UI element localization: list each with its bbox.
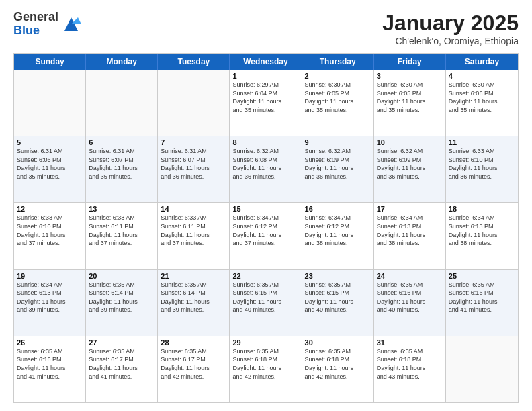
day-cell: 4Sunrise: 6:30 AM Sunset: 6:06 PM Daylig… [446, 70, 518, 136]
day-number: 29 [232, 338, 298, 347]
day-cell: 31Sunrise: 6:35 AM Sunset: 6:18 PM Dayli… [374, 336, 446, 402]
day-info: Sunrise: 6:34 AM Sunset: 6:12 PM Dayligh… [305, 214, 371, 247]
day-headers: SundayMondayTuesdayWednesdayThursdayFrid… [14, 54, 518, 70]
day-info: Sunrise: 6:32 AM Sunset: 6:09 PM Dayligh… [305, 147, 371, 181]
day-cell: 2Sunrise: 6:30 AM Sunset: 6:05 PM Daylig… [302, 70, 374, 136]
day-info: Sunrise: 6:33 AM Sunset: 6:10 PM Dayligh… [449, 147, 515, 181]
day-info: Sunrise: 6:35 AM Sunset: 6:18 PM Dayligh… [232, 347, 298, 381]
day-cell: 30Sunrise: 6:35 AM Sunset: 6:18 PM Dayli… [302, 336, 374, 402]
day-cell: 11Sunrise: 6:33 AM Sunset: 6:10 PM Dayli… [446, 136, 518, 202]
day-cell: 14Sunrise: 6:33 AM Sunset: 6:11 PM Dayli… [158, 203, 230, 269]
day-number: 3 [377, 72, 443, 80]
calendar: SundayMondayTuesdayWednesdayThursdayFrid… [13, 53, 519, 403]
day-info: Sunrise: 6:34 AM Sunset: 6:13 PM Dayligh… [449, 214, 515, 247]
day-info: Sunrise: 6:30 AM Sunset: 6:05 PM Dayligh… [377, 81, 443, 114]
day-cell: 17Sunrise: 6:34 AM Sunset: 6:13 PM Dayli… [374, 203, 446, 269]
day-cell: 18Sunrise: 6:34 AM Sunset: 6:13 PM Dayli… [446, 203, 518, 269]
day-info: Sunrise: 6:35 AM Sunset: 6:15 PM Dayligh… [305, 281, 371, 314]
day-cell: 23Sunrise: 6:35 AM Sunset: 6:15 PM Dayli… [302, 270, 374, 336]
day-number: 4 [449, 72, 515, 80]
logo-text: General Blue [13, 11, 58, 38]
day-number: 25 [449, 272, 515, 280]
day-number: 16 [305, 205, 371, 213]
day-info: Sunrise: 6:31 AM Sunset: 6:07 PM Dayligh… [89, 147, 154, 181]
day-cell [158, 70, 230, 136]
day-number: 28 [161, 338, 226, 347]
day-info: Sunrise: 6:33 AM Sunset: 6:10 PM Dayligh… [17, 214, 83, 247]
day-number: 27 [89, 338, 154, 347]
day-info: Sunrise: 6:35 AM Sunset: 6:16 PM Dayligh… [17, 347, 83, 381]
day-number: 1 [232, 72, 298, 80]
day-cell: 3Sunrise: 6:30 AM Sunset: 6:05 PM Daylig… [374, 70, 446, 136]
day-cell [14, 70, 86, 136]
day-number: 7 [161, 138, 226, 146]
logo-blue: Blue [13, 24, 58, 38]
day-info: Sunrise: 6:32 AM Sunset: 6:09 PM Dayligh… [377, 147, 443, 181]
day-cell: 19Sunrise: 6:34 AM Sunset: 6:13 PM Dayli… [14, 270, 86, 336]
day-info: Sunrise: 6:35 AM Sunset: 6:18 PM Dayligh… [305, 347, 371, 381]
day-number: 9 [305, 138, 371, 146]
day-number: 26 [17, 338, 83, 347]
header: General Blue January 2025 Ch'elenk'o, Or… [13, 11, 519, 46]
week-row: 12Sunrise: 6:33 AM Sunset: 6:10 PM Dayli… [14, 203, 518, 269]
day-info: Sunrise: 6:34 AM Sunset: 6:13 PM Dayligh… [17, 281, 83, 314]
week-row: 19Sunrise: 6:34 AM Sunset: 6:13 PM Dayli… [14, 270, 518, 336]
day-number: 12 [17, 205, 83, 213]
day-cell [86, 70, 158, 136]
day-cell: 27Sunrise: 6:35 AM Sunset: 6:17 PM Dayli… [86, 336, 158, 402]
day-number: 5 [17, 138, 83, 146]
month-title: January 2025 [382, 11, 519, 36]
week-row: 1Sunrise: 6:29 AM Sunset: 6:04 PM Daylig… [14, 70, 518, 136]
day-info: Sunrise: 6:35 AM Sunset: 6:18 PM Dayligh… [377, 347, 443, 381]
day-info: Sunrise: 6:35 AM Sunset: 6:14 PM Dayligh… [161, 281, 226, 314]
day-number: 23 [305, 272, 371, 280]
day-cell: 5Sunrise: 6:31 AM Sunset: 6:06 PM Daylig… [14, 136, 86, 202]
day-cell: 10Sunrise: 6:32 AM Sunset: 6:09 PM Dayli… [374, 136, 446, 202]
day-cell: 28Sunrise: 6:35 AM Sunset: 6:17 PM Dayli… [158, 336, 230, 402]
day-info: Sunrise: 6:31 AM Sunset: 6:07 PM Dayligh… [161, 147, 226, 181]
day-cell: 15Sunrise: 6:34 AM Sunset: 6:12 PM Dayli… [230, 203, 302, 269]
day-info: Sunrise: 6:33 AM Sunset: 6:11 PM Dayligh… [161, 214, 226, 247]
week-row: 26Sunrise: 6:35 AM Sunset: 6:16 PM Dayli… [14, 336, 518, 402]
weeks: 1Sunrise: 6:29 AM Sunset: 6:04 PM Daylig… [14, 70, 518, 402]
day-info: Sunrise: 6:32 AM Sunset: 6:08 PM Dayligh… [232, 147, 298, 181]
day-number: 6 [89, 138, 154, 146]
day-cell: 29Sunrise: 6:35 AM Sunset: 6:18 PM Dayli… [230, 336, 302, 402]
day-info: Sunrise: 6:34 AM Sunset: 6:12 PM Dayligh… [232, 214, 298, 247]
subtitle: Ch'elenk'o, Oromiya, Ethiopia [382, 36, 519, 46]
day-header-sunday: Sunday [14, 54, 86, 70]
day-number: 21 [161, 272, 226, 280]
day-number: 11 [449, 138, 515, 146]
day-number: 14 [161, 205, 226, 213]
day-info: Sunrise: 6:35 AM Sunset: 6:15 PM Dayligh… [232, 281, 298, 314]
day-number: 8 [232, 138, 298, 146]
day-info: Sunrise: 6:33 AM Sunset: 6:11 PM Dayligh… [89, 214, 154, 247]
day-header-tuesday: Tuesday [158, 54, 230, 70]
week-row: 5Sunrise: 6:31 AM Sunset: 6:06 PM Daylig… [14, 136, 518, 203]
day-number: 19 [17, 272, 83, 280]
day-info: Sunrise: 6:35 AM Sunset: 6:17 PM Dayligh… [161, 347, 226, 381]
logo-icon [61, 14, 81, 34]
day-number: 18 [449, 205, 515, 213]
day-cell: 1Sunrise: 6:29 AM Sunset: 6:04 PM Daylig… [230, 70, 302, 136]
day-header-friday: Friday [374, 54, 446, 70]
day-cell: 20Sunrise: 6:35 AM Sunset: 6:14 PM Dayli… [86, 270, 158, 336]
day-info: Sunrise: 6:35 AM Sunset: 6:14 PM Dayligh… [89, 281, 154, 314]
logo-general: General [13, 11, 58, 24]
day-number: 10 [377, 138, 443, 146]
day-cell: 25Sunrise: 6:35 AM Sunset: 6:16 PM Dayli… [446, 270, 518, 336]
page: General Blue January 2025 Ch'elenk'o, Or… [0, 0, 532, 411]
day-cell: 9Sunrise: 6:32 AM Sunset: 6:09 PM Daylig… [302, 136, 374, 202]
day-cell: 22Sunrise: 6:35 AM Sunset: 6:15 PM Dayli… [230, 270, 302, 336]
day-cell: 6Sunrise: 6:31 AM Sunset: 6:07 PM Daylig… [86, 136, 158, 202]
day-number: 15 [232, 205, 298, 213]
day-info: Sunrise: 6:34 AM Sunset: 6:13 PM Dayligh… [377, 214, 443, 247]
day-header-wednesday: Wednesday [230, 54, 302, 70]
day-info: Sunrise: 6:35 AM Sunset: 6:16 PM Dayligh… [377, 281, 443, 314]
day-number: 17 [377, 205, 443, 213]
day-info: Sunrise: 6:31 AM Sunset: 6:06 PM Dayligh… [17, 147, 83, 181]
logo: General Blue [13, 11, 81, 38]
day-info: Sunrise: 6:35 AM Sunset: 6:16 PM Dayligh… [449, 281, 515, 314]
day-cell: 26Sunrise: 6:35 AM Sunset: 6:16 PM Dayli… [14, 336, 86, 402]
day-cell: 7Sunrise: 6:31 AM Sunset: 6:07 PM Daylig… [158, 136, 230, 202]
